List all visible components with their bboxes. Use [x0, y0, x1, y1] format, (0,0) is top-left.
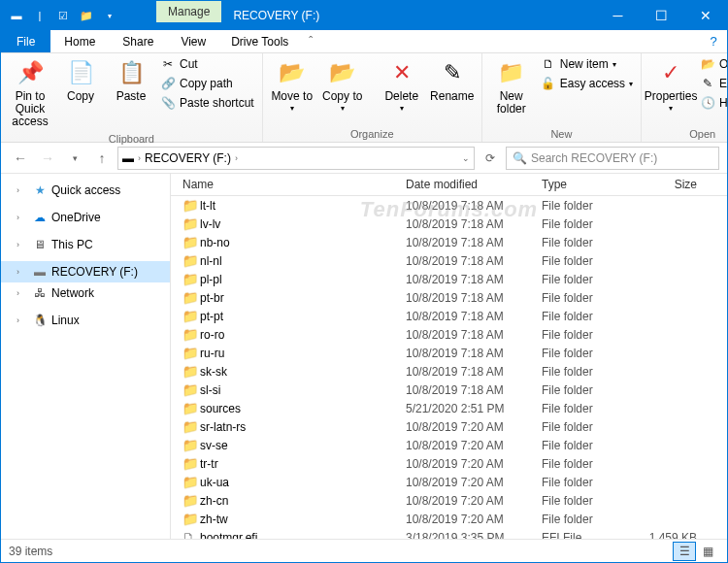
file-row[interactable]: 📁ru-ru10/8/2019 7:18 AMFile folder — [171, 344, 727, 362]
file-type: File folder — [542, 254, 639, 268]
file-row[interactable]: 📁pt-pt10/8/2019 7:18 AMFile folder — [171, 307, 727, 325]
file-name: zh-tw — [200, 513, 406, 526]
folder-icon: 📁 — [182, 364, 200, 379]
move-to-button[interactable]: 📂Move to▾ — [269, 55, 315, 116]
new-folder-qat-icon[interactable]: 📁 — [79, 8, 94, 23]
history-button[interactable]: 🕓History — [698, 94, 728, 112]
refresh-button[interactable]: ⟳ — [479, 147, 502, 170]
nav-item[interactable]: ›▬RECOVERY (F:) — [1, 261, 170, 282]
folder-icon: 📁 — [182, 512, 200, 526]
expand-icon[interactable]: › — [17, 240, 28, 249]
nav-item-label: Network — [51, 286, 94, 300]
nav-item[interactable]: ›★Quick access — [1, 180, 170, 201]
file-row[interactable]: 📁lt-lt10/8/2019 7:18 AMFile folder — [171, 196, 727, 215]
details-view-button[interactable]: ☰ — [673, 542, 696, 561]
breadcrumb-segment[interactable]: RECOVERY (F:) — [145, 151, 231, 165]
nav-item[interactable]: ›☁OneDrive — [1, 207, 170, 228]
expand-icon[interactable]: › — [17, 185, 28, 195]
file-row[interactable]: 📁tr-tr10/8/2019 7:20 AMFile folder — [171, 454, 727, 473]
search-input[interactable]: 🔍 Search RECOVERY (F:) — [506, 147, 719, 170]
file-date: 10/8/2019 7:20 AM — [406, 439, 542, 452]
file-row[interactable]: 📁sources5/21/2020 2:51 PMFile folder — [171, 399, 727, 417]
edit-button[interactable]: ✎Edit — [698, 75, 728, 92]
tab-view[interactable]: View — [167, 30, 219, 52]
file-name: pl-pl — [200, 273, 406, 286]
nav-item[interactable]: ›🐧Linux — [1, 310, 170, 331]
easy-access-button[interactable]: 🔓Easy access ▾ — [539, 75, 635, 92]
column-header-size[interactable]: Size — [639, 178, 716, 191]
tab-file[interactable]: File — [1, 30, 50, 52]
new-item-button[interactable]: 🗋New item ▾ — [539, 55, 635, 73]
delete-button[interactable]: ✕Delete▾ — [379, 55, 425, 116]
folder-icon: 📁 — [182, 198, 200, 213]
copy-button[interactable]: 📄Copy — [57, 55, 104, 105]
copy-to-button[interactable]: 📂Copy to▾ — [319, 55, 366, 116]
file-row[interactable]: 🗋bootmgr.efi3/18/2019 3:35 PMEFI File1,4… — [171, 528, 727, 539]
file-row[interactable]: 📁ro-ro10/8/2019 7:18 AMFile folder — [171, 325, 727, 344]
file-row[interactable]: 📁sv-se10/8/2019 7:20 AMFile folder — [171, 436, 727, 454]
file-row[interactable]: 📁zh-tw10/8/2019 7:20 AMFile folder — [171, 510, 727, 528]
file-type: File folder — [542, 513, 639, 526]
group-label-new: New — [488, 126, 635, 142]
easy-access-icon: 🔓 — [541, 76, 556, 91]
copy-to-icon: 📂 — [327, 57, 358, 88]
file-row[interactable]: 📁sl-si10/8/2019 7:18 AMFile folder — [171, 381, 727, 399]
folder-icon: 📁 — [182, 456, 200, 471]
file-row[interactable]: 📁nb-no10/8/2019 7:18 AMFile folder — [171, 233, 727, 251]
collapse-ribbon-icon[interactable]: ˆ — [300, 30, 321, 52]
column-header-type[interactable]: Type — [542, 178, 639, 191]
tab-share[interactable]: Share — [109, 30, 167, 52]
file-name: sk-sk — [200, 365, 406, 379]
expand-icon[interactable]: › — [17, 315, 28, 325]
rename-button[interactable]: ✎Rename — [429, 55, 476, 105]
file-row[interactable]: 📁pt-br10/8/2019 7:18 AMFile folder — [171, 288, 727, 307]
up-button[interactable]: ↑ — [90, 147, 114, 170]
address-bar[interactable]: ▬ › RECOVERY (F:) › ⌄ — [117, 147, 475, 170]
expand-icon[interactable]: › — [17, 213, 28, 222]
tab-home[interactable]: Home — [50, 30, 109, 52]
minimize-button[interactable]: ─ — [596, 1, 640, 30]
cut-button[interactable]: ✂Cut — [158, 55, 256, 73]
column-header-name[interactable]: Name — [182, 178, 406, 191]
file-row[interactable]: 📁lv-lv10/8/2019 7:18 AMFile folder — [171, 215, 727, 233]
properties-button[interactable]: ✓Properties▾ — [647, 55, 694, 116]
file-date: 10/8/2019 7:18 AM — [406, 254, 542, 268]
help-icon[interactable]: ? — [700, 30, 727, 52]
file-date: 10/8/2019 7:20 AM — [406, 476, 542, 489]
close-button[interactable]: ✕ — [683, 1, 727, 30]
file-date: 10/8/2019 7:18 AM — [406, 365, 542, 379]
file-row[interactable]: 📁sk-sk10/8/2019 7:18 AMFile folder — [171, 362, 727, 381]
folder-icon: 📁 — [182, 419, 200, 434]
new-folder-button[interactable]: 📁New folder — [488, 55, 535, 117]
maximize-button[interactable]: ☐ — [640, 1, 683, 30]
file-name: ru-ru — [200, 347, 406, 360]
paste-button[interactable]: 📋Paste — [108, 55, 154, 105]
pin-quick-access-button[interactable]: 📌Pin to Quick access — [7, 55, 53, 131]
qat-dropdown-icon[interactable]: ▾ — [102, 8, 117, 23]
file-row[interactable]: 📁sr-latn-rs10/8/2019 7:20 AMFile folder — [171, 417, 727, 436]
nav-item-icon: 🖥 — [32, 237, 48, 252]
icons-view-button[interactable]: ▦ — [696, 542, 719, 561]
tab-drive-tools[interactable]: Drive Tools — [219, 30, 300, 52]
back-button[interactable]: ← — [9, 147, 32, 170]
expand-icon[interactable]: › — [17, 267, 28, 277]
open-button[interactable]: 📂Open ▾ — [698, 55, 728, 73]
forward-button[interactable]: → — [36, 147, 59, 170]
copy-path-button[interactable]: 🔗Copy path — [158, 75, 256, 92]
main-area: ›★Quick access›☁OneDrive›🖥This PC›▬RECOV… — [1, 174, 727, 539]
file-row[interactable]: 📁uk-ua10/8/2019 7:20 AMFile folder — [171, 473, 727, 491]
nav-item[interactable]: ›🖧Network — [1, 282, 170, 304]
file-row[interactable]: 📁nl-nl10/8/2019 7:18 AMFile folder — [171, 251, 727, 270]
column-header-date[interactable]: Date modified — [406, 178, 542, 191]
file-row[interactable]: 📁pl-pl10/8/2019 7:18 AMFile folder — [171, 270, 727, 288]
contextual-tab-manage[interactable]: Manage — [156, 1, 221, 22]
nav-item[interactable]: ›🖥This PC — [1, 234, 170, 255]
file-list[interactable]: 📁lt-lt10/8/2019 7:18 AMFile folder📁lv-lv… — [171, 196, 727, 539]
search-icon: 🔍 — [513, 151, 527, 165]
address-dropdown-icon[interactable]: ⌄ — [462, 153, 470, 163]
recent-locations-button[interactable]: ▾ — [63, 147, 86, 170]
file-row[interactable]: 📁zh-cn10/8/2019 7:20 AMFile folder — [171, 491, 727, 510]
properties-qat-icon[interactable]: ☑ — [55, 8, 71, 23]
paste-shortcut-button[interactable]: 📎Paste shortcut — [158, 94, 256, 112]
expand-icon[interactable]: › — [17, 288, 28, 298]
